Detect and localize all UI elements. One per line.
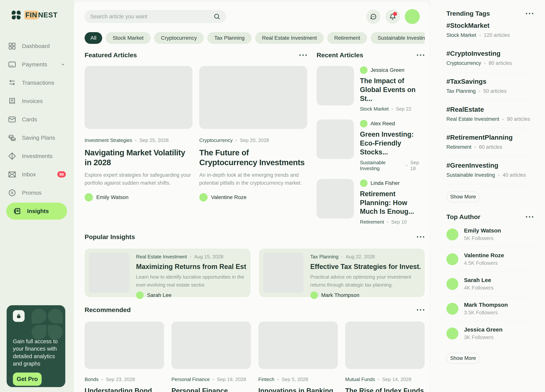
recent-more-menu[interactable]	[416, 53, 425, 57]
article-category[interactable]: Cryptocurrency	[199, 137, 233, 143]
popular-insight-card[interactable]: Real Estate Investment Aug 15, 2028 Maxi…	[85, 248, 251, 297]
author-name[interactable]: Linda Fisher	[371, 180, 400, 186]
tag-name[interactable]: #GreenInvesting	[446, 162, 534, 169]
recent-article-item[interactable]: Jessica Green The Impact of Global Event…	[316, 66, 425, 112]
article-category[interactable]: Personal Finance	[171, 376, 210, 382]
sidebar-item-saving-plans[interactable]: Saving Plans	[0, 128, 74, 147]
filter-chip-sustainable-investing[interactable]: Sustainable Investing	[371, 32, 425, 44]
top-author-more-menu[interactable]	[526, 215, 534, 219]
trending-tag-item[interactable]: #StockMarket Stock Market 120 articles	[446, 17, 534, 44]
featured-article-card[interactable]: Cryptocurrency Sep 20, 2028 The Future o…	[199, 66, 307, 201]
top-author-item[interactable]: Emily Watson 5K Followers	[446, 222, 534, 247]
trending-show-more-button[interactable]: Show More	[446, 192, 480, 202]
popular-insight-card[interactable]: Tax Planning Aug 22, 2028 Effective Tax …	[259, 248, 425, 297]
tag-name[interactable]: #RetirementPlanning	[446, 134, 534, 141]
author-name[interactable]: Valentine Roze	[464, 252, 504, 259]
author-name[interactable]: Mark Thompson	[321, 292, 359, 298]
article-category[interactable]: Stock Market	[360, 106, 389, 112]
recommended-article-card[interactable]: Bonds Sep 23, 2028 Understanding Bond Ma…	[85, 321, 164, 392]
tag-name[interactable]: #TaxSavings	[446, 78, 534, 85]
author-name[interactable]: Alex Reed	[371, 121, 395, 127]
article-headline[interactable]: Effective Tax Strategies for Invest...	[310, 263, 421, 271]
trending-tag-item[interactable]: #RealEstate Real Estate Investment 90 ar…	[446, 100, 534, 128]
author-name[interactable]: Jessica Green	[464, 326, 502, 333]
author-name[interactable]: Emily Watson	[96, 194, 129, 200]
article-category[interactable]: Fintech	[258, 376, 274, 382]
sidebar-nav: Dashboard Payments Transactions Invoices…	[0, 37, 74, 220]
trending-tag-item[interactable]: #CryptoInvesting Cryptocurrency 80 artic…	[446, 44, 534, 72]
sidebar-item-investments[interactable]: Investments	[0, 147, 74, 165]
recommended-more-menu[interactable]	[416, 308, 425, 312]
article-category[interactable]: Bonds	[85, 376, 99, 382]
sidebar-item-payments[interactable]: Payments	[0, 55, 74, 73]
filter-chip-cryptocurrency[interactable]: Cryptocurrency	[154, 32, 204, 44]
article-category[interactable]: Real Estate Investment	[136, 254, 187, 260]
tag-name[interactable]: #CryptoInvesting	[446, 50, 534, 57]
top-author-item[interactable]: Valentine Roze 4.5K Followers	[446, 247, 534, 271]
trending-tag-item[interactable]: #GreenInvesting Sustainable Investing 40…	[446, 156, 534, 184]
dot-separator	[235, 140, 237, 141]
brand-name: FINNEST	[25, 11, 57, 19]
sidebar-item-transactions[interactable]: Transactions	[0, 73, 74, 92]
trending-tag-item[interactable]: #TaxSavings Tax Planning 50 articles	[446, 72, 534, 100]
sidebar-item-cards[interactable]: Cards	[0, 110, 74, 128]
top-author-item[interactable]: Sarah Lee 4K Followers	[446, 271, 534, 296]
article-headline[interactable]: The Future of Cryptocurrency Investments	[199, 148, 307, 168]
author-name[interactable]: Sarah Lee	[464, 277, 494, 283]
article-category[interactable]: Sustainable Investing	[360, 160, 403, 171]
filter-chip-retirement[interactable]: Retirement	[327, 32, 367, 44]
featured-more-menu[interactable]	[299, 53, 307, 57]
sidebar-item-promos[interactable]: Promos	[0, 184, 74, 202]
tag-name[interactable]: #RealEstate	[446, 106, 534, 113]
sidebar-item-dashboard[interactable]: Dashboard	[0, 37, 74, 55]
top-author-item[interactable]: Jessica Green 3K Followers	[446, 321, 534, 346]
search-input[interactable]	[90, 13, 213, 20]
recommended-article-card[interactable]: Mutual Funds Sep 14, 2028 The Rise of In…	[345, 321, 425, 392]
article-category[interactable]: Retirement	[360, 219, 384, 225]
recommended-article-card[interactable]: Fintech Sep 5, 2028 Innovations in Banki…	[258, 321, 338, 392]
top-author-show-more-button[interactable]: Show More	[446, 353, 480, 364]
author-name[interactable]: Jessica Green	[371, 67, 404, 73]
trending-tag-item[interactable]: #RetirementPlanning Retirement 60 articl…	[446, 128, 534, 156]
article-headline[interactable]: Personal Finance Management Tips	[171, 386, 251, 392]
sidebar-item-invoices[interactable]: Invoices	[0, 92, 74, 110]
author-followers: 4K Followers	[464, 285, 494, 291]
article-headline[interactable]: Green Investing: Eco-Friendly Stocks...	[360, 130, 425, 157]
article-headline[interactable]: Maximizing Returns from Real Est...	[136, 263, 246, 271]
top-author-item[interactable]: Mark Thompson 3.5K Followers	[446, 296, 534, 321]
recent-article-item[interactable]: Alex Reed Green Investing: Eco-Friendly …	[316, 120, 425, 171]
article-category[interactable]: Tax Planning	[310, 254, 339, 260]
popular-more-menu[interactable]	[416, 235, 425, 239]
featured-article-card[interactable]: Investment Strategies Sep 25, 2028 Navig…	[85, 66, 192, 201]
article-headline[interactable]: Understanding Bond Markets	[85, 386, 164, 392]
author-name[interactable]: Valentine Roze	[211, 194, 247, 200]
author-name[interactable]: Mark Thompson	[464, 302, 508, 308]
author-name[interactable]: Emily Watson	[464, 227, 501, 234]
article-headline[interactable]: Retirement Planning: How Much Is Enoug..…	[360, 190, 425, 216]
filter-chip-real-estate[interactable]: Real Estate Investment	[255, 32, 324, 44]
sidebar-item-insights[interactable]: Insights	[6, 203, 67, 220]
user-avatar[interactable]	[405, 9, 420, 24]
article-headline[interactable]: The Rise of Index Funds	[345, 386, 425, 392]
get-pro-button[interactable]: Get Pro	[13, 373, 42, 386]
trending-more-menu[interactable]	[526, 11, 534, 16]
search-icon[interactable]	[213, 13, 220, 20]
messages-button[interactable]	[366, 9, 381, 24]
article-headline[interactable]: Innovations in Banking Technology	[258, 386, 338, 392]
filter-chip-all[interactable]: All	[85, 32, 102, 44]
recommended-article-card[interactable]: Personal Finance Sep 19, 2028 Personal F…	[171, 321, 251, 392]
article-category[interactable]: Investment Strategies	[85, 137, 132, 143]
article-headline[interactable]: The Impact of Global Events on St...	[360, 77, 425, 103]
filter-chip-tax-planning[interactable]: Tax Planning	[207, 32, 252, 44]
notifications-button[interactable]	[385, 9, 400, 24]
sidebar-item-inbox[interactable]: Inbox 99	[0, 165, 74, 184]
author-name[interactable]: Sarah Lee	[147, 292, 171, 298]
recent-article-item[interactable]: Linda Fisher Retirement Planning: How Mu…	[316, 179, 425, 225]
article-description: Learn how to identify lucrative opportun…	[136, 273, 246, 289]
article-category[interactable]: Mutual Funds	[345, 376, 375, 382]
tag-name[interactable]: #StockMarket	[446, 22, 534, 29]
article-date: Sep 10	[391, 219, 407, 225]
article-headline[interactable]: Navigating Market Volatility in 2028	[85, 148, 192, 168]
tag-article-count: 50 articles	[483, 88, 507, 94]
filter-chip-stock-market[interactable]: Stock Market	[105, 32, 150, 44]
